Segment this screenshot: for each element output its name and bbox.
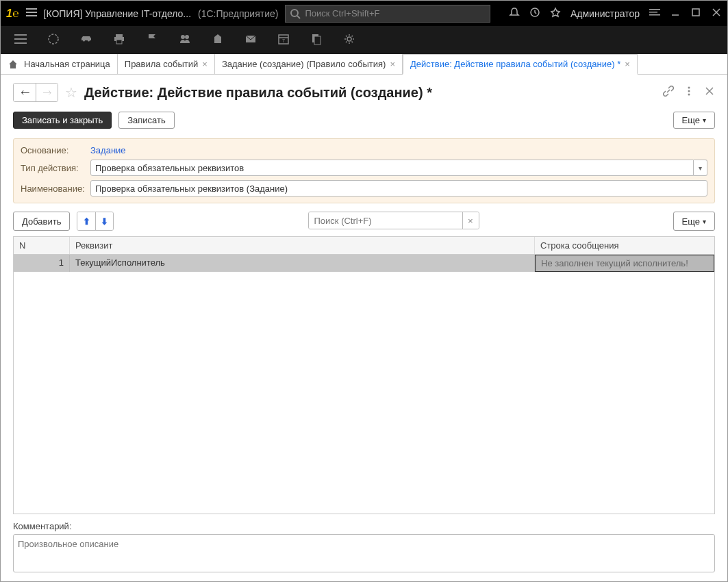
svg-point-21 [185,35,189,39]
user-name[interactable]: Администратор [570,8,640,19]
flag-icon[interactable] [146,33,158,48]
svg-point-16 [49,34,58,44]
svg-rect-2 [26,15,37,16]
svg-point-3 [291,10,298,16]
close-page-icon[interactable] [704,86,715,99]
bell-icon[interactable] [509,7,520,20]
svg-text:7: 7 [282,38,285,43]
col-n[interactable]: N [14,237,70,254]
svg-line-4 [297,16,300,18]
app-title: [КОПИЯ] Управление IT-отдело... [44,8,192,19]
svg-rect-15 [14,42,27,44]
svg-point-29 [688,87,690,89]
name-label: Наименование: [21,184,90,194]
comment-textarea[interactable] [13,534,715,572]
tab-rules-label: Правила событий [125,59,199,69]
svg-rect-6 [649,9,660,10]
close-icon[interactable] [711,7,722,20]
main-toolbar: 7 [1,26,727,54]
tab-task[interactable]: Задание (создание) (Правило события) × [215,54,403,74]
tab-close-icon[interactable]: × [202,59,208,69]
link-icon[interactable] [663,86,674,99]
sections-icon[interactable] [14,33,27,48]
maximize-icon[interactable] [690,7,701,20]
cell-message[interactable]: Не заполнен текущий исполнитель! [535,255,714,272]
star-icon[interactable] [550,7,561,20]
tab-home-label: Начальная страница [24,59,110,69]
basis-label: Основание: [21,145,90,155]
svg-rect-19 [116,40,122,44]
favorite-star-icon[interactable]: ☆ [65,84,77,101]
write-button[interactable]: Записать [118,112,175,129]
forward-button[interactable]: 🡒 [36,84,58,101]
tab-action[interactable]: Действие: Действие правила событий (созд… [403,54,638,75]
move-up-button[interactable]: ⬆ [77,212,95,230]
svg-point-30 [688,90,690,92]
svg-rect-13 [14,34,27,36]
content-area: 🡐 🡒 ☆ Действие: Действие правила событий… [1,75,727,582]
svg-rect-8 [649,14,660,16]
print-icon[interactable] [113,33,125,48]
svg-rect-7 [649,12,657,13]
tab-rules[interactable]: Правила событий × [118,54,215,74]
table-more-button[interactable]: Еще [673,212,715,231]
target-icon[interactable] [47,33,60,48]
tab-task-label: Задание (создание) (Правило события) [222,59,386,69]
basis-link[interactable]: Задание [90,145,126,155]
gear-icon[interactable] [343,33,355,48]
files-icon[interactable] [310,33,323,48]
action-type-input[interactable] [90,160,694,176]
tab-close-icon[interactable]: × [625,59,630,69]
table-toolbar: Добавить ⬆ ⬇ × Еще [13,212,715,231]
kebab-icon[interactable] [683,86,694,99]
requisites-table: N Реквизит Строка сообщения 1 ТекущийИсп… [13,236,715,514]
menu-lines-icon[interactable] [649,7,660,20]
car-icon[interactable] [80,33,92,48]
app-subtitle: (1С:Предприятие) [198,8,278,19]
command-bar: Записать и закрыть Записать Еще [13,112,715,129]
users-icon[interactable] [179,33,191,48]
search-icon [290,8,301,19]
action-type-label: Тип действия: [21,163,90,173]
svg-rect-1 [26,12,37,13]
document-tabs: Начальная страница Правила событий × Зад… [1,54,727,75]
calendar-icon[interactable]: 7 [277,33,290,48]
mail-icon[interactable] [244,33,257,48]
nav-buttons: 🡐 🡒 [13,83,58,102]
action-type-dropdown[interactable]: ▾ [694,160,707,176]
cell-n: 1 [14,255,70,272]
tab-close-icon[interactable]: × [390,59,395,69]
global-search-placeholder: Поиск Ctrl+Shift+F [305,8,379,18]
tab-action-label: Действие: Действие правила событий (созд… [410,59,620,69]
app-logo: 1℮ [6,8,19,20]
name-input[interactable] [90,180,707,197]
move-down-button[interactable]: ⬇ [95,212,113,230]
svg-rect-10 [692,9,699,16]
col-message[interactable]: Строка сообщения [535,237,714,254]
back-button[interactable]: 🡐 [14,84,36,101]
money-icon[interactable] [212,33,224,48]
svg-point-20 [181,35,185,39]
page-title: Действие: Действие правила событий (созд… [84,85,432,101]
comment-section: Комментарий: [13,521,715,574]
add-button[interactable]: Добавить [13,212,70,231]
write-close-button[interactable]: Записать и закрыть [13,112,112,129]
svg-rect-14 [14,38,27,40]
global-search[interactable]: Поиск Ctrl+Shift+F [285,5,490,23]
tab-home[interactable]: Начальная страница [1,54,118,74]
comment-label: Комментарий: [13,521,715,531]
table-row[interactable]: 1 ТекущийИсполнитель Не заполнен текущий… [14,255,714,272]
minimize-icon[interactable] [670,7,681,20]
titlebar: 1℮ [КОПИЯ] Управление IT-отдело... (1С:П… [1,1,727,26]
hamburger-icon[interactable] [26,7,37,20]
svg-point-31 [688,94,690,96]
col-requisite[interactable]: Реквизит [70,237,535,254]
history-icon[interactable] [529,7,540,20]
table-search-input[interactable] [309,212,462,229]
page-header: 🡐 🡒 ☆ Действие: Действие правила событий… [13,83,715,102]
more-button[interactable]: Еще [673,112,715,129]
search-clear-button[interactable]: × [462,212,479,229]
form-area: Основание: Задание Тип действия: ▾ Наиме… [13,138,715,203]
cell-requisite[interactable]: ТекущийИсполнитель [70,255,535,272]
svg-point-28 [347,37,351,41]
